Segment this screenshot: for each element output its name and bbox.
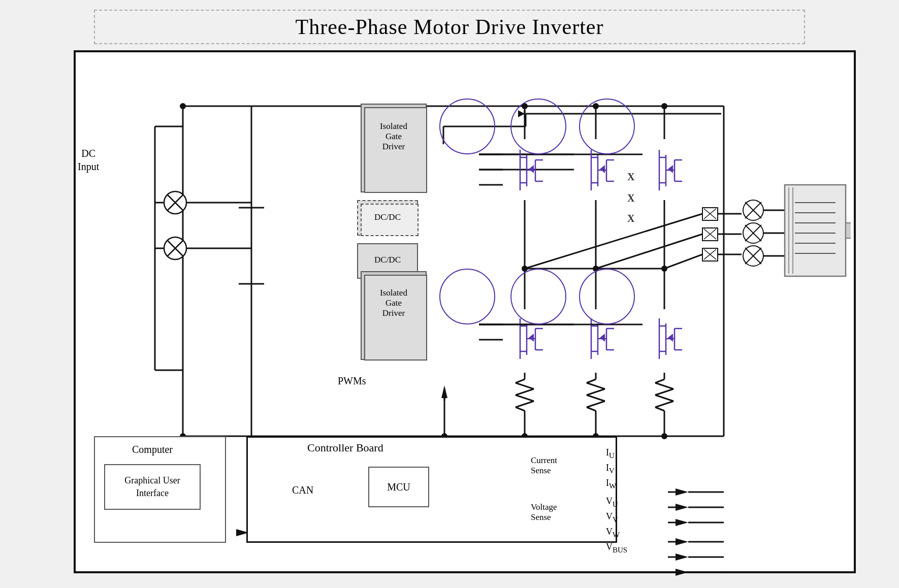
svg-point-130 bbox=[661, 103, 667, 109]
can-label: CAN bbox=[292, 484, 313, 496]
svg-line-141 bbox=[596, 234, 702, 269]
svg-point-124 bbox=[661, 433, 667, 439]
computer-label: Computer bbox=[132, 444, 173, 455]
svg-marker-193 bbox=[676, 553, 688, 561]
svg-line-106 bbox=[587, 389, 605, 395]
igd-top-box bbox=[361, 104, 427, 192]
gui-box: Graphical UserInterface bbox=[104, 464, 201, 510]
igd-bot-label: IsolatedGateDriver bbox=[368, 288, 419, 318]
dc-input-label: DCInput bbox=[78, 147, 99, 173]
svg-marker-67 bbox=[529, 334, 534, 342]
mosfet-bot-u bbox=[439, 269, 495, 324]
svg-marker-196 bbox=[676, 569, 688, 576]
svg-line-113 bbox=[655, 383, 673, 389]
mosfet-top-w bbox=[579, 99, 635, 154]
svg-line-104 bbox=[587, 379, 596, 383]
svg-line-99 bbox=[516, 395, 534, 401]
mosfet-bot-w bbox=[579, 269, 635, 324]
svg-line-100 bbox=[516, 401, 534, 407]
svg-line-114 bbox=[655, 389, 673, 395]
iw-label: IW bbox=[606, 478, 616, 491]
svg-line-115 bbox=[655, 395, 673, 401]
mosfet-top-u bbox=[439, 99, 495, 154]
dcdc-top-label: DC/DC bbox=[368, 212, 407, 222]
svg-line-98 bbox=[516, 389, 534, 395]
svg-line-107 bbox=[587, 395, 605, 401]
x-marker-3: X bbox=[627, 213, 634, 224]
vv-label: VV bbox=[606, 511, 618, 524]
x-marker-2: X bbox=[627, 192, 634, 204]
svg-rect-165 bbox=[846, 223, 851, 238]
svg-point-202 bbox=[180, 103, 186, 109]
controller-board-label: Controller Board bbox=[307, 441, 383, 454]
svg-marker-58 bbox=[668, 165, 673, 173]
vw-label: VW bbox=[606, 527, 620, 539]
dcdc-bot-label: DC/DC bbox=[368, 255, 407, 265]
mosfet-bot-v bbox=[510, 269, 566, 324]
svg-marker-49 bbox=[600, 165, 605, 173]
svg-marker-190 bbox=[676, 538, 688, 545]
svg-line-142 bbox=[664, 254, 702, 269]
svg-line-108 bbox=[587, 401, 605, 407]
svg-marker-40 bbox=[529, 165, 534, 173]
page-container: Three-Phase Motor Drive Inverter DCInput… bbox=[0, 0, 899, 588]
svg-line-140 bbox=[525, 214, 702, 269]
svg-line-97 bbox=[516, 383, 534, 389]
svg-line-116 bbox=[655, 401, 673, 407]
svg-marker-184 bbox=[676, 504, 688, 511]
iu-label: IU bbox=[606, 447, 615, 460]
diagram-wrapper: Three-Phase Motor Drive Inverter DCInput… bbox=[23, 10, 876, 578]
svg-line-117 bbox=[655, 407, 664, 411]
svg-marker-187 bbox=[676, 519, 688, 526]
svg-rect-158 bbox=[785, 185, 846, 276]
current-sense-label: CurrentSense bbox=[531, 455, 557, 476]
svg-marker-85 bbox=[668, 334, 673, 342]
vbus-label: VBUS bbox=[606, 542, 627, 554]
iv-label: IV bbox=[606, 463, 615, 475]
svg-line-109 bbox=[587, 407, 596, 411]
svg-line-112 bbox=[655, 379, 664, 383]
mosfet-top-v bbox=[510, 99, 566, 154]
x-marker-1: X bbox=[627, 171, 634, 183]
svg-line-105 bbox=[587, 383, 605, 389]
svg-marker-76 bbox=[600, 334, 605, 342]
diagram-title: Three-Phase Motor Drive Inverter bbox=[94, 10, 805, 44]
vu-label: VU bbox=[606, 496, 618, 509]
mcu-box: MCU bbox=[368, 467, 429, 507]
svg-line-101 bbox=[516, 407, 525, 411]
svg-marker-181 bbox=[676, 488, 688, 496]
pwms-label: PWMs bbox=[338, 375, 366, 387]
voltage-sense-label: VoltageSense bbox=[531, 502, 557, 522]
svg-line-96 bbox=[516, 379, 525, 383]
